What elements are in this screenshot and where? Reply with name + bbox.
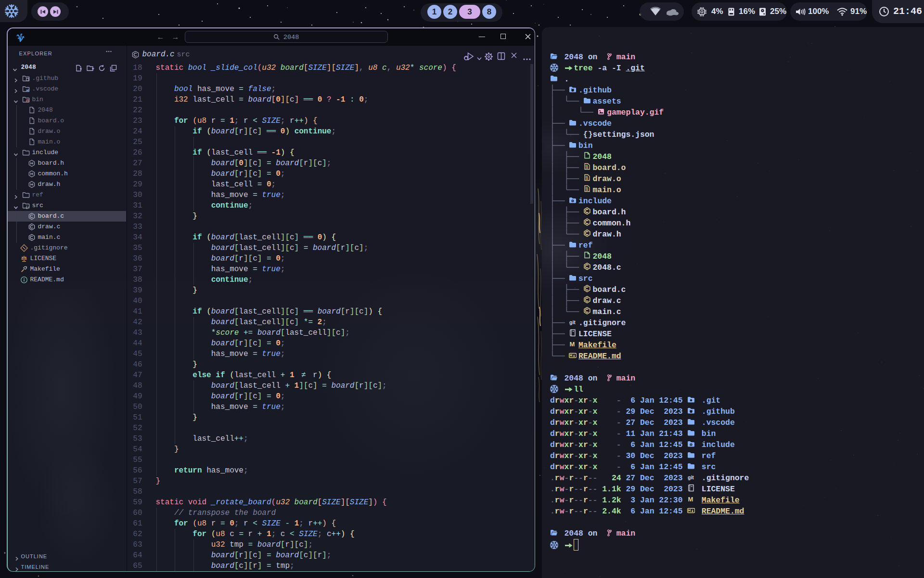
svg-text:{/}: {/} [26, 206, 29, 209]
svg-text:M: M [688, 495, 693, 502]
svg-text:git: git [569, 319, 576, 325]
svg-text:M: M [570, 340, 575, 347]
svg-text:git: git [688, 474, 694, 480]
svg-text:10: 10 [585, 189, 588, 191]
